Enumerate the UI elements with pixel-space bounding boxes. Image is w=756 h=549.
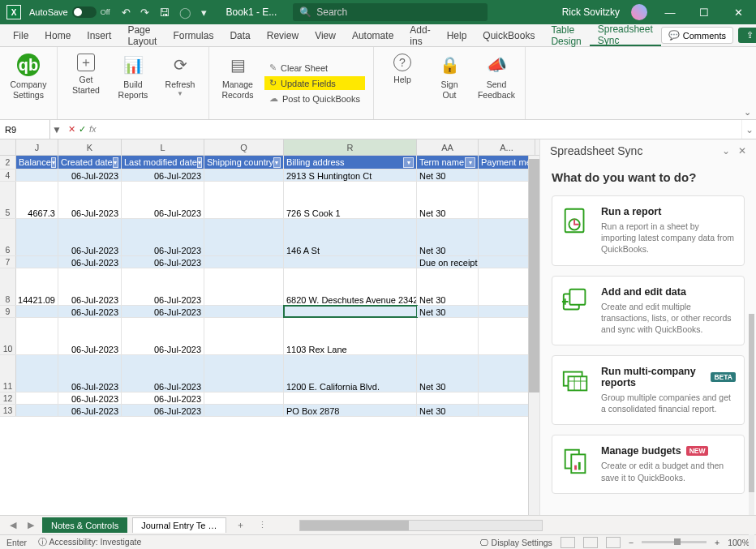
zoom-level[interactable]: 100% — [728, 538, 750, 547]
cell[interactable] — [204, 306, 284, 317]
cell[interactable] — [204, 405, 284, 416]
tab-file[interactable]: File — [5, 24, 37, 46]
search-box[interactable]: 🔍 Search — [293, 3, 488, 21]
col-shipping[interactable]: Shipping country▾ — [204, 156, 284, 169]
cell[interactable] — [479, 268, 535, 305]
row-header[interactable]: 13 — [0, 405, 16, 416]
zoom-slider[interactable] — [642, 541, 707, 543]
autosave-toggle[interactable] — [72, 6, 97, 18]
cell[interactable] — [16, 256, 58, 268]
cell[interactable]: 06-Jul-2023 — [122, 355, 204, 392]
cell[interactable] — [204, 182, 284, 218]
cell[interactable] — [479, 318, 535, 354]
tab-help[interactable]: Help — [439, 24, 475, 46]
cell[interactable] — [479, 392, 535, 404]
cell[interactable]: 06-Jul-2023 — [58, 318, 122, 354]
filter-icon[interactable]: ▾ — [273, 157, 281, 168]
cell[interactable]: 06-Jul-2023 — [122, 318, 204, 354]
col-payment[interactable]: Payment met — [479, 156, 535, 169]
accept-formula-icon[interactable]: ✓ — [79, 124, 86, 135]
close-button[interactable]: ✕ — [727, 6, 750, 19]
cell[interactable]: 06-Jul-2023 — [58, 219, 122, 255]
sign-out-button[interactable]: 🔒 Sign Out — [427, 50, 471, 116]
qat-overflow-icon[interactable]: ▾ — [201, 6, 207, 19]
cell[interactable] — [417, 392, 479, 404]
cell[interactable]: 06-Jul-2023 — [58, 169, 122, 181]
cell[interactable] — [16, 405, 58, 416]
hscroll-thumb[interactable] — [300, 521, 409, 530]
col-header-K[interactable]: K — [58, 139, 122, 155]
cell[interactable]: 06-Jul-2023 — [58, 182, 122, 218]
cell[interactable]: Net 30 — [417, 182, 479, 218]
company-settings-button[interactable]: qb Company Settings — [6, 50, 50, 116]
horizontal-scrollbar[interactable] — [299, 520, 543, 531]
cell[interactable] — [204, 256, 284, 268]
col-term[interactable]: Term name▾ — [417, 156, 479, 169]
cell[interactable] — [204, 392, 284, 404]
cell[interactable]: 06-Jul-2023 — [122, 219, 204, 255]
cell[interactable]: Net 30 — [417, 306, 479, 317]
col-created[interactable]: Created date▾ — [58, 156, 122, 169]
pane-close-icon[interactable]: ✕ — [738, 145, 746, 157]
cell[interactable]: 2913 S Huntington Ct — [284, 169, 417, 181]
expand-formula-bar[interactable]: ⌄ — [741, 120, 756, 139]
col-header-J[interactable]: J — [16, 139, 58, 155]
name-box-dropdown[interactable]: ▼ — [50, 124, 63, 135]
col-balance[interactable]: Balance▾ — [16, 156, 58, 169]
tab-automate[interactable]: Automate — [344, 24, 402, 46]
col-billing[interactable]: Billing address▾ — [284, 156, 417, 169]
cell[interactable] — [284, 392, 417, 404]
view-page-layout-icon[interactable] — [583, 537, 598, 548]
user-name[interactable]: Rick Sovitzky — [562, 6, 620, 18]
tab-page-layout[interactable]: Page Layout — [119, 24, 165, 46]
user-avatar-icon[interactable] — [631, 4, 647, 20]
cell[interactable]: Due on receipt — [417, 256, 479, 268]
cell[interactable] — [16, 169, 58, 181]
col-header-next[interactable]: A... — [479, 139, 535, 155]
col-header-AA[interactable]: AA — [417, 139, 479, 155]
tab-quickbooks[interactable]: QuickBooks — [475, 24, 543, 46]
cell[interactable]: 4667.3 — [16, 182, 58, 218]
cell[interactable]: 6820 W. Deschutes Avenue 234234 — [284, 268, 417, 305]
cell[interactable] — [204, 219, 284, 255]
tab-table-design[interactable]: Table Design — [543, 24, 589, 46]
row-header[interactable]: 9 — [0, 306, 16, 317]
cell[interactable]: 1200 E. California Blvd. — [284, 355, 417, 392]
accessibility-status[interactable]: ⓘ Accessibility: Investigate — [38, 537, 141, 548]
share-button[interactable]: ⇪ Share ▼ — [738, 28, 756, 43]
cell[interactable]: PO Box 2878 — [284, 405, 417, 416]
select-all[interactable] — [0, 139, 16, 155]
cell[interactable] — [417, 318, 479, 354]
help-button[interactable]: ? Help — [380, 50, 424, 116]
cell[interactable] — [204, 268, 284, 305]
build-reports-button[interactable]: 📊 Build Reports — [111, 50, 155, 116]
cell[interactable] — [479, 169, 535, 181]
filter-icon[interactable]: ▾ — [51, 157, 56, 168]
cell[interactable] — [204, 355, 284, 392]
cell[interactable]: 06-Jul-2023 — [122, 306, 204, 317]
cell[interactable]: 06-Jul-2023 — [122, 256, 204, 268]
sheet-tab-active[interactable]: Notes & Controls — [42, 517, 127, 533]
zoom-in-icon[interactable]: + — [715, 538, 719, 547]
cancel-formula-icon[interactable]: ✕ — [68, 124, 75, 135]
cell[interactable]: 06-Jul-2023 — [122, 268, 204, 305]
pane-card[interactable]: Add and edit data Create and edit multip… — [552, 276, 745, 346]
cell[interactable] — [284, 256, 417, 268]
filter-icon[interactable]: ▾ — [465, 157, 475, 168]
sheet-tab[interactable]: Journal Entry Te … — [132, 517, 226, 533]
pane-card[interactable]: Run a report Run a report in a sheet by … — [552, 195, 745, 266]
cell[interactable]: Net 30 — [417, 405, 479, 416]
col-header-R[interactable]: R — [284, 139, 417, 155]
tab-formulas[interactable]: Formulas — [165, 24, 221, 46]
tab-add-ins[interactable]: Add-ins — [402, 24, 438, 46]
tab-review[interactable]: Review — [259, 24, 307, 46]
tab-home[interactable]: Home — [37, 24, 79, 46]
view-page-break-icon[interactable] — [606, 537, 621, 548]
cell[interactable] — [479, 306, 535, 317]
row-header[interactable]: 10 — [0, 318, 16, 354]
col-modified[interactable]: Last modified date▾ — [122, 156, 204, 169]
cell[interactable] — [479, 355, 535, 392]
name-box[interactable]: R9 — [0, 120, 50, 139]
tab-view[interactable]: View — [307, 24, 344, 46]
document-title[interactable]: Book1 - E... — [226, 6, 277, 18]
